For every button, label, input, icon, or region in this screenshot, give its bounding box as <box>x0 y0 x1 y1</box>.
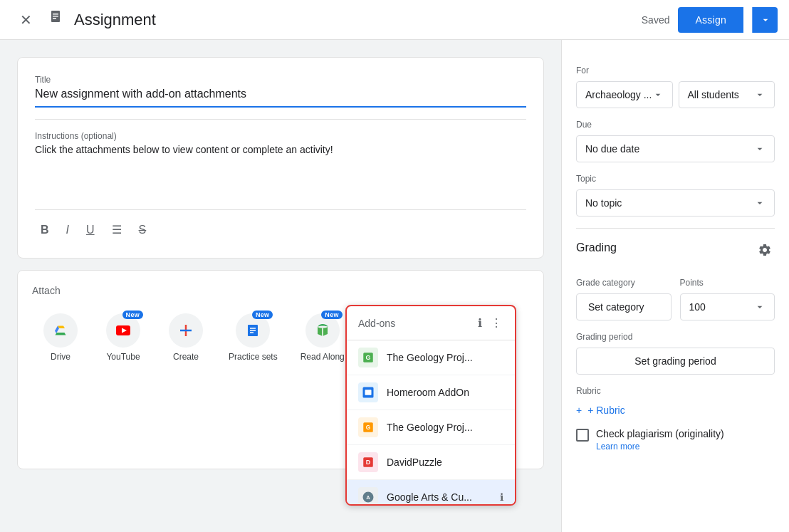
addon-google-arts-name: Google Arts & Cu... <box>387 491 491 503</box>
title-label: Title <box>35 75 526 85</box>
strikethrough-button[interactable]: S <box>133 219 152 241</box>
grade-category-label: Grade category <box>576 278 672 288</box>
addon-google-arts-info-button[interactable]: ℹ <box>500 491 503 503</box>
points-col: Points 100 <box>680 266 775 320</box>
rubric-label: Rubric <box>576 386 775 396</box>
addons-popup: Add-ons ℹ ⋮ G The Geology Proj... <box>345 305 516 506</box>
grading-period-label: Grading period <box>576 332 775 342</box>
grading-gear-button[interactable] <box>755 240 775 264</box>
header-right: Saved Assign <box>642 7 778 33</box>
students-select[interactable]: All students <box>679 81 775 108</box>
attach-create[interactable]: Create <box>157 308 214 369</box>
addon-geology1-icon: G <box>358 348 378 367</box>
addon-geology2[interactable]: G The Geology Proj... <box>347 410 515 445</box>
points-value: 100 <box>689 301 706 313</box>
attach-card: Attach Drive New YouTube <box>17 270 544 469</box>
add-rubric-label: + Rubric <box>587 405 625 416</box>
title-input[interactable] <box>35 88 526 108</box>
svg-text:D: D <box>366 459 371 466</box>
attach-read-along[interactable]: New Read Along <box>292 308 353 369</box>
addon-google-arts[interactable]: A Google Arts & Cu... ℹ <box>347 480 515 504</box>
due-select[interactable]: No due date <box>576 135 775 162</box>
svg-rect-1 <box>53 14 58 15</box>
page-title: Assignment <box>74 11 156 29</box>
attach-label: Attach <box>32 285 529 296</box>
assign-dropdown-button[interactable] <box>752 7 778 33</box>
addons-header-icons: ℹ ⋮ <box>476 315 503 331</box>
class-value: Archaeology ... <box>585 89 652 100</box>
italic-button[interactable]: I <box>61 219 75 241</box>
instructions-text[interactable]: Click the attachments below to view cont… <box>35 144 526 201</box>
topic-value: No topic <box>585 197 622 209</box>
addon-homeroom-name: Homeroom AddOn <box>387 387 503 398</box>
bold-button[interactable]: B <box>35 219 55 241</box>
addon-geology1[interactable]: G The Geology Proj... <box>347 340 515 375</box>
addons-more-button[interactable]: ⋮ <box>489 315 503 331</box>
topic-select[interactable]: No topic <box>576 189 775 217</box>
formatting-toolbar: B I U ☰ S <box>35 209 526 241</box>
svg-text:G: G <box>365 354 370 361</box>
app-header: ✕ Assignment Saved Assign <box>0 0 789 40</box>
underline-button[interactable]: U <box>80 219 100 241</box>
plagiarism-checkbox[interactable] <box>576 429 589 442</box>
youtube-label: YouTube <box>106 352 140 363</box>
plagiarism-label: Check plagiarism (originality) <box>596 428 724 439</box>
read-along-new-badge: New <box>321 311 342 319</box>
attach-drive[interactable]: Drive <box>32 308 89 369</box>
due-label: Due <box>576 120 775 130</box>
addon-geology1-name: The Geology Proj... <box>387 352 503 363</box>
grade-category-col: Grade category Set category <box>576 266 672 320</box>
left-panel: Title Instructions (optional) Click the … <box>0 40 561 532</box>
attach-youtube[interactable]: New YouTube <box>95 308 152 369</box>
addon-homeroom[interactable]: Homeroom AddOn <box>347 375 515 410</box>
practice-sets-new-badge: New <box>252 311 273 319</box>
rubric-section: + + Rubric <box>576 402 775 419</box>
addons-info-button[interactable]: ℹ <box>476 315 484 331</box>
practice-sets-label: Practice sets <box>229 352 278 363</box>
points-label: Points <box>680 278 775 288</box>
add-rubric-button[interactable]: + + Rubric <box>576 402 625 419</box>
close-button[interactable]: ✕ <box>11 6 40 34</box>
card-divider <box>35 119 526 120</box>
create-icon-circle <box>169 313 203 348</box>
read-along-label: Read Along <box>301 352 345 363</box>
attach-practice-sets[interactable]: New Practice sets <box>220 308 286 369</box>
create-label: Create <box>173 352 199 363</box>
main-content: Title Instructions (optional) Click the … <box>0 40 789 532</box>
right-panel: For Archaeology ... All students Due No … <box>561 40 789 532</box>
addons-list: G The Geology Proj... Homeroom AddOn <box>347 340 515 504</box>
saved-status: Saved <box>642 14 670 26</box>
assign-button[interactable]: Assign <box>678 7 743 33</box>
list-button[interactable]: ☰ <box>106 219 127 241</box>
learn-more-link[interactable]: Learn more <box>596 442 724 452</box>
plagiarism-row: Check plagiarism (originality) Learn mor… <box>576 427 775 452</box>
addons-title: Add-ons <box>358 318 395 329</box>
title-instructions-card: Title Instructions (optional) Click the … <box>17 57 544 259</box>
svg-rect-2 <box>53 16 58 17</box>
svg-text:A: A <box>366 494 370 501</box>
set-category-button[interactable]: Set category <box>576 293 672 320</box>
youtube-new-badge: New <box>122 311 143 319</box>
addon-geology2-name: The Geology Proj... <box>387 422 503 433</box>
addon-davidpuzzle-icon: D <box>358 452 378 472</box>
plagiarism-text-block: Check plagiarism (originality) Learn mor… <box>596 427 724 452</box>
addon-geology2-icon: G <box>358 417 378 437</box>
add-rubric-plus: + <box>576 405 582 416</box>
svg-text:G: G <box>366 424 370 431</box>
youtube-icon-circle: New <box>106 313 140 348</box>
for-label: For <box>576 66 775 75</box>
students-value: All students <box>688 89 739 100</box>
instructions-label: Instructions (optional) <box>35 131 526 141</box>
addon-davidpuzzle-name: DavidPuzzle <box>387 457 503 468</box>
drive-label: Drive <box>51 352 70 363</box>
header-left: ✕ Assignment <box>11 6 633 34</box>
set-grading-period-button[interactable]: Set grading period <box>576 348 775 375</box>
svg-rect-16 <box>365 390 372 395</box>
grading-divider <box>576 228 775 229</box>
topic-label: Topic <box>576 174 775 184</box>
grading-title: Grading <box>576 241 617 254</box>
points-select[interactable]: 100 <box>680 293 775 320</box>
class-select[interactable]: Archaeology ... <box>576 81 673 108</box>
addon-davidpuzzle[interactable]: D DavidPuzzle <box>347 445 515 480</box>
addons-header: Add-ons ℹ ⋮ <box>347 306 515 340</box>
